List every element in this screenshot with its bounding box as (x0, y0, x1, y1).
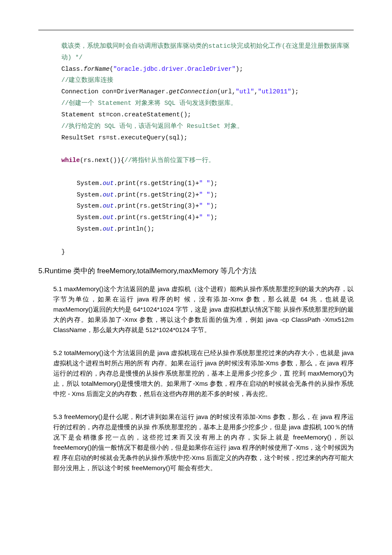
code-line: //建立数据库连接 (61, 75, 354, 86)
code-line (61, 235, 354, 246)
code-line: //执行给定的 SQL 语句，该语句返回单个 ResultSet 对象。 (61, 121, 354, 132)
code-line: System.out.print(rs.getString(1)+" "); (61, 178, 354, 189)
code-comment: 载该类，系统加载同时会自动调用该数据库驱动类的static块完成初始化工作(在这… (61, 43, 349, 61)
code-line: 载该类，系统加载同时会自动调用该数据库驱动类的static块完成初始化工作(在这… (61, 40, 354, 64)
code-line (61, 143, 354, 155)
code-line: System.out.print(rs.getString(4)+" "); (61, 212, 354, 223)
code-line (61, 166, 354, 178)
paragraph-5-2: 5.2 totalMemory()这个方法返回的是 java 虚拟机现在已经从操… (53, 348, 354, 399)
section-heading: 5.Runtime 类中的 freeMemory,totalMemory,max… (38, 265, 354, 277)
code-line: while(rs.next()){//将指针从当前位置下移一行。 (61, 155, 354, 166)
top-rule (38, 30, 354, 30)
code-line: Statement st=con.createStatement(); (61, 109, 354, 121)
code-line: System.out.println(); (61, 223, 354, 235)
code-line: System.out.print(rs.getString(2)+" "); (61, 189, 354, 201)
code-line: } (61, 246, 354, 258)
code-line: //创建一个 Statement 对象来将 SQL 语句发送到数据库。 (61, 98, 354, 109)
code-line: Connection con=DriverManager.getConnecti… (61, 86, 354, 98)
code-block: 载该类，系统加载同时会自动调用该数据库驱动类的static块完成初始化工作(在这… (61, 40, 354, 257)
code-line: Class.forName("oracle.jdbc.driver.Oracle… (61, 64, 354, 75)
paragraph-5-1: 5.1 maxMemory()这个方法返回的是 java 虚拟机（这个进程）能构… (53, 284, 354, 335)
code-line: ResultSet rs=st.executeQuery(sql); (61, 132, 354, 144)
code-line: System.out.print(rs.getString(3)+" "); (61, 200, 354, 212)
paragraph-5-3: 5.3 freeMemory()是什么呢，刚才讲到如果在运行 java 的时候没… (53, 412, 354, 473)
